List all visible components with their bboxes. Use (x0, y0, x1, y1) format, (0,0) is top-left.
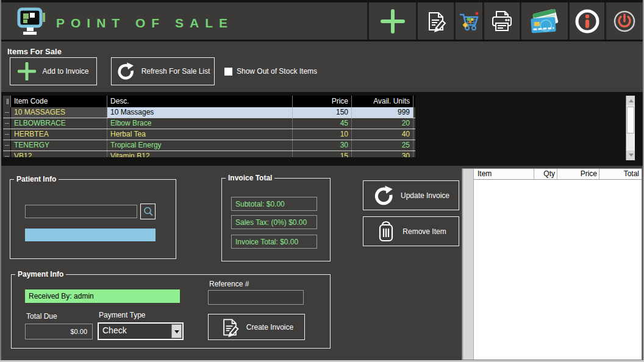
cell-units[interactable]: 999 (352, 107, 413, 118)
print-icon (490, 9, 514, 34)
toolbar-buttons (367, 2, 643, 40)
items-table: Item Code Desc. Price Avail. Units 10 MA… (3, 96, 415, 157)
reference-label: Reference # (209, 280, 249, 288)
received-by-bar: Received By: admin (25, 289, 180, 303)
cell-units[interactable]: 20 (352, 118, 413, 129)
items-for-sale-panel: Items For Sale Add to Invoice Refresh Fo… (1, 43, 643, 92)
refresh-for-sale-list-button[interactable]: Refresh For Sale List (111, 57, 215, 85)
pos-monitor-logo-icon (17, 7, 48, 37)
subtotal-value: Subtotal: $0.00 (231, 197, 317, 211)
edit-invoice-icon (424, 10, 448, 33)
add-to-invoice-button[interactable]: Add to Invoice (10, 57, 97, 85)
payment-type-label: Payment Type (99, 311, 146, 319)
cell-item-code[interactable]: 10 MASSAGES (11, 107, 107, 118)
window-edge (0, 0, 1, 362)
cell-item-code[interactable]: TENERGY (11, 140, 107, 151)
remove-item-button[interactable]: Remove Item (363, 216, 459, 246)
patient-info-label: Patient Info (14, 175, 59, 183)
cell-price[interactable]: 10 (293, 129, 352, 140)
table-row[interactable]: ELBOWBRACE Elbow Brace 45 20 (3, 118, 415, 129)
cell-desc[interactable]: Vitamin B12 (107, 151, 293, 157)
row-grip (3, 151, 11, 157)
refresh-label: Refresh For Sale List (141, 67, 210, 76)
cell-item-code[interactable]: ELBOWBRACE (11, 118, 107, 129)
items-table-scrollbar[interactable] (626, 96, 635, 160)
update-invoice-button[interactable]: Update Invoice (363, 180, 459, 210)
invoice-total-value: Invoice Total: $0.00 (231, 235, 317, 249)
chevron-down-icon[interactable] (171, 324, 182, 338)
toolbar: POINT OF SALE (1, 2, 643, 41)
payment-info-label: Payment Info (15, 270, 66, 279)
invoice-list-header: Item Qty Price Total (474, 169, 642, 180)
table-header-row: Item Code Desc. Price Avail. Units (3, 96, 415, 107)
shopping-cart-icon (458, 10, 480, 32)
reference-input[interactable] (208, 290, 304, 305)
cell-units[interactable]: 25 (352, 140, 413, 151)
remove-item-label: Remove Item (402, 227, 446, 236)
power-toolbar-button[interactable] (604, 2, 643, 40)
shopping-cart-toolbar-button[interactable] (454, 2, 482, 40)
table-row[interactable]: VB12 Vitamin B12 15 30 (3, 151, 415, 157)
sales-tax-value: Sales Tax: (0%) $0.00 (231, 215, 317, 229)
trash-icon (376, 220, 396, 243)
col-header-item-code[interactable]: Item Code (11, 96, 107, 107)
cell-units[interactable]: 40 (352, 129, 413, 140)
add-to-invoice-label: Add to Invoice (42, 67, 88, 76)
scroll-up-icon[interactable] (626, 96, 635, 105)
cell-units[interactable]: 30 (352, 151, 413, 157)
total-due-value: $0.00 (25, 324, 93, 339)
col-header-total[interactable]: Total (599, 169, 642, 179)
search-icon (143, 206, 154, 217)
table-row[interactable]: TENERGY Tropical Energy 30 25 (3, 140, 415, 151)
invoice-items-list[interactable]: Item Qty Price Total (462, 168, 642, 360)
col-header-avail-units[interactable]: Avail. Units (352, 96, 413, 107)
col-header-desc[interactable]: Desc. (107, 96, 293, 107)
power-icon (612, 9, 637, 34)
invoice-total-group: Invoice Total Subtotal: $0.00 Sales Tax:… (221, 178, 331, 261)
row-grip (3, 118, 11, 129)
payment-cards-toolbar-button[interactable] (520, 2, 568, 40)
scroll-down-icon[interactable] (626, 151, 635, 160)
plus-icon (18, 62, 36, 80)
info-icon (574, 8, 601, 35)
total-due-label: Total Due (26, 312, 57, 321)
col-header-qty[interactable]: Qty (534, 169, 557, 179)
invoice-total-label: Invoice Total (226, 174, 274, 182)
cell-price[interactable]: 15 (293, 151, 352, 157)
update-invoice-label: Update Invoice (401, 191, 449, 200)
col-header-item[interactable]: Item (474, 169, 534, 179)
table-row[interactable]: HERBTEA Herbal Tea 10 40 (3, 129, 415, 140)
cell-desc[interactable]: 10 Massages (107, 107, 293, 118)
table-row[interactable]: 10 MASSAGES 10 Massages 150 999 (3, 107, 415, 118)
create-invoice-button[interactable]: Create Invoice (208, 314, 305, 340)
cell-price[interactable]: 150 (293, 107, 352, 118)
info-toolbar-button[interactable] (568, 2, 604, 40)
col-header-price[interactable]: Price (293, 96, 352, 107)
refresh-icon (373, 185, 395, 207)
cell-price[interactable]: 30 (293, 140, 352, 151)
payment-type-select[interactable]: Check (98, 322, 184, 340)
cell-item-code[interactable]: VB12 (11, 151, 107, 157)
create-invoice-icon (220, 317, 240, 338)
window-edge (0, 0, 644, 2)
col-header-price[interactable]: Price (557, 169, 599, 179)
cell-desc[interactable]: Elbow Brace (107, 118, 293, 129)
patient-search-button[interactable] (140, 204, 156, 219)
cell-desc[interactable]: Herbal Tea (107, 129, 293, 140)
row-grip (3, 140, 11, 151)
add-invoice-toolbar-button[interactable] (367, 2, 416, 40)
selected-patient-bar (25, 229, 156, 241)
show-out-of-stock-label: Show Out of Stock Items (237, 67, 317, 76)
app-title: POINT OF SALE (56, 16, 234, 30)
cell-item-code[interactable]: HERBTEA (11, 129, 107, 140)
scrollbar-thumb[interactable] (627, 107, 634, 133)
pos-window: POINT OF SALE (0, 0, 644, 362)
print-toolbar-button[interactable] (482, 2, 520, 40)
show-out-of-stock-checkbox[interactable] (224, 68, 232, 76)
edit-invoice-toolbar-button[interactable] (416, 2, 454, 40)
patient-search-input[interactable] (25, 205, 137, 218)
cell-desc[interactable]: Tropical Energy (107, 140, 293, 151)
list-row-header-column (464, 169, 474, 360)
payment-cards-icon (529, 9, 560, 34)
cell-price[interactable]: 45 (293, 118, 352, 129)
